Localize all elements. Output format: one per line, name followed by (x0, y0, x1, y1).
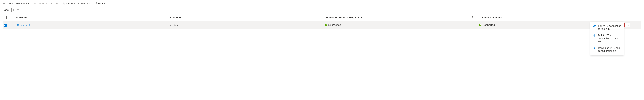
page-current: 1 (13, 8, 14, 11)
table-row[interactable]: TestSite1 eastus Succeeded Connected (3, 21, 641, 29)
sort-icon[interactable] (318, 16, 320, 19)
location-text: eastus (170, 24, 178, 26)
row-context-menu: Edit VPN connection to this hub Delete V… (590, 22, 624, 31)
edit-label: Edit VPN connection to this hub (598, 24, 621, 31)
row-more-actions-button[interactable] (624, 23, 630, 27)
disconnect-vpn-sites-button[interactable]: Disconnect VPN sites (62, 2, 91, 5)
site-icon (16, 23, 19, 27)
sort-icon[interactable] (163, 16, 166, 19)
connect-icon (34, 2, 36, 5)
success-icon (324, 23, 327, 26)
success-icon (478, 23, 481, 26)
site-name-link[interactable]: TestSite1 (16, 23, 30, 27)
refresh-label: Refresh (98, 2, 107, 5)
page-label: Page: (3, 8, 9, 11)
sort-icon[interactable] (472, 16, 474, 19)
disconnect-icon (62, 2, 65, 5)
col-site-name-header[interactable]: Site name (16, 16, 28, 19)
edit-vpn-connection-item[interactable]: Edit VPN connection to this hub (590, 23, 624, 31)
page-select[interactable]: 1 (11, 7, 20, 12)
site-name-text: TestSite1 (20, 24, 30, 26)
chevron-down-icon (17, 8, 19, 11)
connect-vpn-sites-button[interactable]: Connect VPN sites (34, 2, 59, 5)
svg-rect-1 (18, 24, 18, 26)
refresh-button[interactable]: Refresh (94, 2, 107, 5)
sort-icon[interactable] (618, 16, 620, 19)
col-location-header[interactable]: Location (170, 16, 181, 19)
command-bar: Create new VPN site Connect VPN sites Di… (3, 1, 641, 7)
connectivity-status-text: Connected (482, 23, 495, 26)
plus-icon (3, 2, 6, 5)
vpn-sites-table: Site name Location Connection Provisioni… (3, 14, 641, 29)
refresh-icon (94, 2, 97, 5)
select-all-checkbox[interactable] (4, 16, 7, 19)
provisioning-status-text: Succeeded (328, 23, 341, 26)
col-provisioning-header[interactable]: Connection Provisioning status (324, 16, 363, 19)
connect-label: Connect VPN sites (38, 2, 59, 5)
disconnect-label: Disconnect VPN sites (66, 2, 91, 5)
svg-point-6 (628, 25, 629, 25)
svg-point-5 (627, 25, 628, 25)
table-header-row: Site name Location Connection Provisioni… (3, 14, 641, 21)
svg-rect-0 (16, 24, 18, 26)
edit-icon (593, 24, 596, 28)
svg-point-4 (626, 25, 626, 25)
row-checkbox[interactable] (4, 24, 7, 27)
pager: Page: 1 (3, 7, 641, 14)
create-vpn-site-button[interactable]: Create new VPN site (3, 2, 30, 5)
col-connectivity-header[interactable]: Connectivity status (478, 16, 502, 19)
create-label: Create new VPN site (7, 2, 30, 5)
